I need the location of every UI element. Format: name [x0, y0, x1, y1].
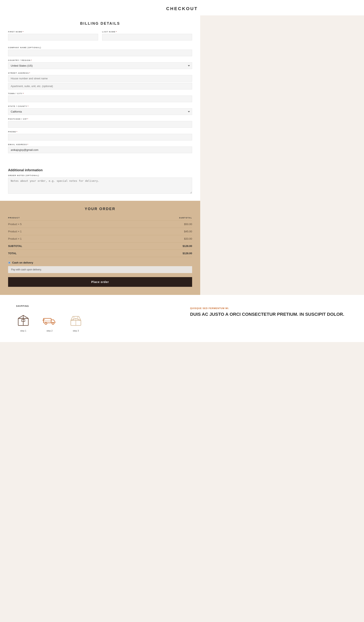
street-address-input-2[interactable] [8, 83, 192, 89]
total-label: TOTAL [8, 250, 104, 257]
town-group: TOWN / CITY* [8, 93, 192, 102]
country-select[interactable]: United States (US) [8, 62, 192, 69]
state-select[interactable]: California [8, 108, 192, 115]
additional-title: Additional information [8, 168, 192, 172]
shipping-right: QUISQUE SED FERMENTUM MI. DUIS AC JUSTO … [190, 305, 348, 317]
svg-rect-4 [43, 318, 51, 323]
order-item-price: $50.00 [104, 221, 192, 228]
last-name-group: LAST NAME* [102, 31, 192, 40]
left-column: BILLING DETAILS FIRST NAME* LAST NAME* [0, 15, 200, 295]
order-item-name: Product × 1 [8, 235, 104, 242]
payment-option: Cash on delivery [8, 261, 192, 264]
order-notes-input[interactable] [8, 177, 192, 194]
order-item-name: Product × 1 [8, 228, 104, 235]
billing-form: BILLING DETAILS FIRST NAME* LAST NAME* [0, 15, 200, 164]
last-name-input[interactable] [102, 34, 192, 40]
state-label: STATE / COUNTY* [8, 105, 192, 107]
total-value: $128.00 [104, 250, 192, 257]
shipping-step-1: step 1 [16, 313, 30, 332]
state-group: STATE / COUNTY* California [8, 105, 192, 115]
postcode-input[interactable] [8, 121, 192, 128]
first-name-group: FIRST NAME* [8, 31, 98, 40]
order-item-row: Product × 5 $50.00 [8, 221, 192, 228]
phone-label: PHONE* [8, 131, 192, 133]
email-label: EMAIL ADDRESS* [8, 143, 192, 146]
page-title: CHECKOUT [0, 6, 364, 11]
shipping-label: SHIPPING [16, 305, 174, 307]
order-notes-group: ORDER NOTES (OPTIONAL) [8, 175, 192, 194]
street-address-label: STREET ADDRESS* [8, 72, 192, 74]
town-input[interactable] [8, 96, 192, 102]
page-title-area: CHECKOUT [0, 0, 364, 15]
first-name-input[interactable] [8, 34, 98, 40]
email-input[interactable] [8, 147, 192, 153]
main-layout: BILLING DETAILS FIRST NAME* LAST NAME* [0, 15, 364, 295]
box-icon [16, 313, 30, 328]
subtotal-col-header: SUBTOTAL [104, 215, 192, 221]
order-item-row: Product × 1 $33.00 [8, 235, 192, 242]
company-name-input[interactable] [8, 50, 192, 56]
postcode-label: POSTCODE / ZIP* [8, 118, 192, 120]
open-box-icon [69, 313, 83, 328]
additional-info-section: Additional information ORDER NOTES (OPTI… [0, 164, 200, 201]
shipping-subtitle: QUISQUE SED FERMENTUM MI. [190, 307, 348, 310]
order-table: PRODUCT SUBTOTAL Product × 5 $50.00 Prod… [8, 215, 192, 257]
street-address-group: STREET ADDRESS* [8, 72, 192, 89]
street-address-input-1[interactable] [8, 75, 192, 82]
order-item-row: Product × 1 $45.00 [8, 228, 192, 235]
step-2-label: step 2 [47, 330, 53, 332]
payment-description: Pay with cash upon delivery. [8, 266, 192, 273]
shipping-left: SHIPPING step 1 [16, 305, 174, 332]
order-notes-label: ORDER NOTES (OPTIONAL) [8, 175, 192, 176]
shipping-headline: DUIS AC JUSTO A ORCI CONSECTETUR PRETIUM… [190, 311, 348, 317]
phone-group: PHONE* [8, 131, 192, 140]
company-name-group: COMPANY NAME (OPTIONAL) [8, 47, 192, 56]
company-name-label: COMPANY NAME (OPTIONAL) [8, 47, 192, 49]
step-3-label: step 3 [73, 330, 79, 332]
truck-icon [42, 313, 57, 328]
shipping-steps: step 1 step 2 [16, 313, 174, 332]
order-item-name: Product × 5 [8, 221, 104, 228]
place-order-button[interactable]: Place order [8, 277, 192, 287]
right-column [200, 15, 364, 295]
shipping-step-2: step 2 [42, 313, 57, 332]
town-label: TOWN / CITY* [8, 93, 192, 95]
product-col-header: PRODUCT [8, 215, 104, 221]
payment-option-label: Cash on delivery [12, 261, 33, 264]
order-title: YOUR ORDER [8, 207, 192, 211]
order-item-price: $45.00 [104, 228, 192, 235]
name-row: FIRST NAME* LAST NAME* [8, 31, 192, 43]
postcode-group: POSTCODE / ZIP* [8, 118, 192, 128]
step-1-label: step 1 [20, 330, 26, 332]
first-name-label: FIRST NAME* [8, 31, 98, 33]
shipping-step-3: step 3 [69, 313, 83, 332]
last-name-label: LAST NAME* [102, 31, 192, 33]
email-group: EMAIL ADDRESS* [8, 143, 192, 153]
cash-on-delivery-radio[interactable] [8, 261, 11, 264]
payment-section: Cash on delivery Pay with cash upon deli… [8, 261, 192, 287]
country-label: COUNTRY / REGION* [8, 59, 192, 61]
order-section: YOUR ORDER PRODUCT SUBTOTAL Product × 5 … [0, 201, 200, 295]
order-item-price: $33.00 [104, 235, 192, 242]
phone-input[interactable] [8, 134, 192, 140]
shipping-section: SHIPPING step 1 [0, 295, 364, 342]
subtotal-label: SUBTOTAL [8, 242, 104, 250]
subtotal-value: $128.00 [104, 242, 192, 250]
billing-title: BILLING DETAILS [8, 21, 192, 26]
country-group: COUNTRY / REGION* United States (US) [8, 59, 192, 69]
